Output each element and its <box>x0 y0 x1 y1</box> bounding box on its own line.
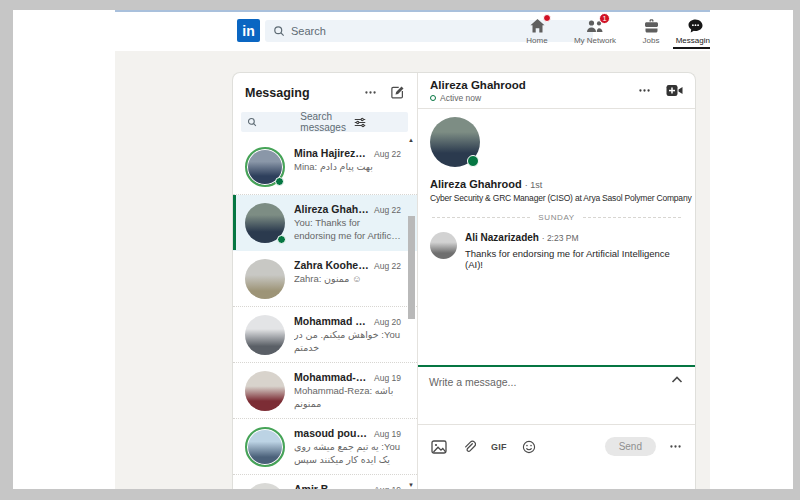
conversation-item-amir[interactable]: Amir B...Aug 19 <box>233 475 417 489</box>
conversation-date: Aug 22 <box>374 205 401 215</box>
messaging-header: Messaging <box>233 73 417 112</box>
conversation-name: Alireza Ghahrood <box>294 203 369 215</box>
compose-toolbar: GIF Send <box>418 424 695 468</box>
message-time: · 2:23 PM <box>542 233 579 243</box>
home-notification-badge <box>543 14 551 22</box>
message-input[interactable]: Write a message... <box>429 376 516 388</box>
linkedin-logo[interactable]: in <box>237 19 260 42</box>
conversation-item-heydari[interactable]: Mohammad HeydariAug 20 You: خواهش میکنم.… <box>233 307 417 363</box>
online-dot <box>277 235 286 244</box>
conversation-list-panel: Messaging Search messages <box>233 73 418 489</box>
scroll-up-icon[interactable]: ▲ <box>408 136 414 144</box>
conversation-date: Aug 19 <box>374 429 401 439</box>
video-call-icon[interactable] <box>666 84 683 97</box>
search-icon <box>273 25 285 37</box>
linkedin-window: in Search Home 1 My Network <box>115 10 710 489</box>
scroll-down-icon[interactable]: ▼ <box>408 481 414 489</box>
messaging-title: Messaging <box>245 86 310 100</box>
nav-jobs[interactable]: Jobs <box>629 12 673 49</box>
thread-overflow-icon[interactable] <box>638 84 651 97</box>
messaging-icon <box>687 17 704 34</box>
home-icon <box>529 17 546 34</box>
message-sender[interactable]: Ali Nazarizadeh <box>465 232 539 243</box>
search-messages-placeholder: Search messages <box>300 111 348 133</box>
page-content: Messaging Search messages <box>115 51 710 489</box>
conversation-name: Mina Hajirezaei <box>294 147 369 159</box>
jobs-icon <box>643 17 660 34</box>
collapse-chevron-icon[interactable] <box>671 375 683 384</box>
gif-button[interactable]: GIF <box>491 442 507 452</box>
conversation-date: Aug 22 <box>374 261 401 271</box>
conversation-preview: Mina: بهت پیام دادم <box>294 161 401 174</box>
conversation-preview: You: Thanks for endorsing me for Artific… <box>294 217 401 242</box>
conversation-list: Mina HajirezaeiAug 22 Mina: بهت پیام داد… <box>233 139 417 489</box>
search-messages-input[interactable]: Search messages <box>241 112 408 132</box>
contact-profile-card: Alireza Ghahrood · 1st Cyber Security & … <box>418 109 695 203</box>
attach-image-icon[interactable] <box>431 440 447 454</box>
conversation-item-alireza[interactable]: Alireza GhahroodAug 22 You: Thanks for e… <box>233 195 417 251</box>
message-thread: Alireza Ghahrood · 1st Cyber Security & … <box>418 109 695 365</box>
conversation-item-zahra[interactable]: Zahra KoohestaniAug 22 Zahra: ممنون ☺ <box>233 251 417 307</box>
conversation-date: Aug 19 <box>374 373 401 383</box>
contact-avatar <box>430 117 480 167</box>
conversation-date: Aug 22 <box>374 149 401 159</box>
overflow-menu-icon[interactable] <box>364 86 377 99</box>
send-button[interactable]: Send <box>605 437 656 456</box>
avatar <box>245 147 285 187</box>
conversation-item-mina[interactable]: Mina HajirezaeiAug 22 Mina: بهت پیام داد… <box>233 139 417 195</box>
thread-header: Alireza Ghahrood Active now <box>418 73 695 109</box>
avatar <box>245 259 285 299</box>
avatar <box>245 427 285 467</box>
conversation-name: Amir B... <box>294 483 369 489</box>
filter-icon[interactable] <box>354 117 402 128</box>
active-status-label: Active now <box>440 93 481 103</box>
avatar <box>245 315 285 355</box>
avatar <box>245 203 285 243</box>
emoji-icon[interactable] <box>522 440 536 454</box>
conversation-item-reza[interactable]: Mohammad-Reza ...Aug 19 Mohammad-Reza: ب… <box>233 363 417 419</box>
attach-file-icon[interactable] <box>462 440 476 454</box>
connection-degree: · 1st <box>525 180 543 190</box>
online-dot <box>275 177 284 186</box>
conversation-preview: You: یه تیم جمع میشه روی یک ایده کار میک… <box>294 441 401 466</box>
top-navbar: in Search Home 1 My Network <box>115 12 710 49</box>
date-divider: SUNDAY <box>432 213 681 222</box>
list-scrollbar[interactable]: ▲ ▼ <box>406 136 416 489</box>
nav-my-network[interactable]: 1 My Network <box>561 12 629 49</box>
my-network-notification-badge: 1 <box>599 13 610 24</box>
active-status-icon <box>430 95 436 101</box>
nav-items: Home 1 My Network Jobs Messaging <box>513 12 710 49</box>
contact-name[interactable]: Alireza Ghahrood <box>430 178 522 190</box>
conversation-date: Aug 20 <box>374 317 401 327</box>
conversation-name: Zahra Koohestani <box>294 259 369 271</box>
global-search-placeholder: Search <box>291 25 326 37</box>
thread-contact-name: Alireza Ghahrood <box>430 79 526 92</box>
conversation-item-masoud[interactable]: masoud pourfarzadAug 19 You: یه تیم جمع … <box>233 419 417 475</box>
conversation-name: masoud pourfarzad <box>294 427 369 439</box>
nav-messaging[interactable]: Messaging <box>673 12 710 49</box>
conversation-preview: You: خواهش میکنم. من در خدمتم <box>294 329 401 354</box>
conversation-name: Mohammad-Reza ... <box>294 371 369 383</box>
search-icon <box>247 117 295 127</box>
thread-panel: Alireza Ghahrood Active now <box>418 73 695 489</box>
conversation-date: Aug 19 <box>374 485 401 489</box>
nav-home[interactable]: Home <box>513 12 561 49</box>
message-text: Thanks for endorsing me for Artificial I… <box>465 248 683 270</box>
conversation-preview: Mohammad-Reza: باشه ممنونم <box>294 385 401 410</box>
avatar <box>245 483 285 489</box>
avatar <box>245 371 285 411</box>
conversation-preview: Zahra: ممنون ☺ <box>294 273 401 286</box>
conversation-name: Mohammad Heydari <box>294 315 369 327</box>
my-network-icon: 1 <box>586 17 604 34</box>
contact-headline: Cyber Security & GRC Manager (CISO) at A… <box>430 193 683 203</box>
scrollbar-thumb[interactable] <box>408 216 415 319</box>
online-dot <box>467 155 479 167</box>
sender-avatar[interactable] <box>430 232 457 259</box>
compose-area: Write a message... GIF <box>418 365 695 489</box>
message-item: Ali Nazarizadeh · 2:23 PM Thanks for end… <box>418 230 695 272</box>
messaging-card: Messaging Search messages <box>232 72 696 489</box>
compose-overflow-icon[interactable] <box>669 440 682 453</box>
compose-message-icon[interactable] <box>390 85 405 100</box>
